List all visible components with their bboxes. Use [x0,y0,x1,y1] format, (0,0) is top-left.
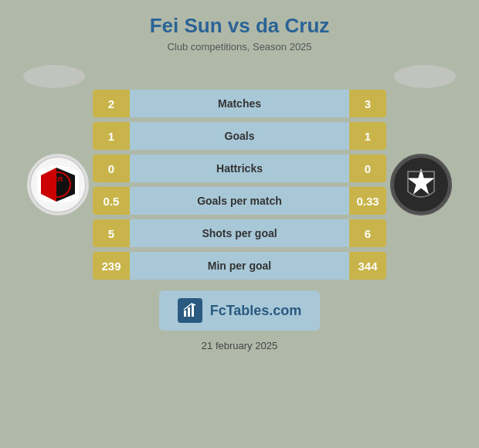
stat-left-value: 0.5 [93,187,130,215]
stat-right-value: 0.33 [349,187,386,215]
stat-row: 239Min per goal344 [93,252,386,280]
stat-row: 5Shots per goal6 [93,219,386,247]
stat-right-value: 1 [349,122,386,150]
match-title: Fei Sun vs da Cruz [150,14,330,38]
stat-left-value: 5 [93,219,130,247]
stat-right-value: 344 [349,252,386,280]
page-container: Fei Sun vs da Cruz Club competitions, Se… [0,0,479,448]
stat-row: 0Hattricks0 [93,154,386,182]
stats-section: 2Matches31Goals10Hattricks00.5Goals per … [93,90,386,280]
stat-left-value: 239 [93,252,130,280]
svg-text:CR: CR [53,175,63,183]
team-left-logo: CR [23,154,93,216]
botafogo-emblem [390,154,452,216]
fctables-icon [178,298,202,323]
match-date: 21 february 2025 [202,340,277,351]
fctables-banner: FcTables.com [159,290,321,331]
stat-row: 0.5Goals per match0.33 [93,187,386,215]
svg-rect-7 [192,304,194,317]
stat-left-value: 1 [93,122,130,150]
stat-left-value: 0 [93,154,130,182]
left-oval-decoration [23,65,85,88]
svg-rect-5 [184,311,186,317]
flamengo-emblem: CR [27,154,89,216]
stat-label: Hattricks [130,154,349,182]
match-subtitle: Club competitions, Season 2025 [167,41,311,53]
stat-right-value: 0 [349,154,386,182]
main-content: CR 2Matches31Goals10Hattricks00.5Goals p… [8,90,471,280]
svg-rect-6 [188,307,190,317]
right-oval-decoration [394,65,456,88]
stat-right-value: 6 [349,219,386,247]
stat-row: 2Matches3 [93,90,386,117]
stat-label: Min per goal [130,252,349,280]
stat-left-value: 2 [93,90,130,117]
stat-right-value: 3 [349,90,386,117]
stat-label: Goals per match [130,187,349,215]
stat-label: Matches [130,90,349,117]
team-right-logo [386,154,456,216]
fctables-label: FcTables.com [210,303,302,319]
stat-row: 1Goals1 [93,122,386,150]
stat-label: Goals [130,122,349,150]
stat-label: Shots per goal [130,219,349,247]
